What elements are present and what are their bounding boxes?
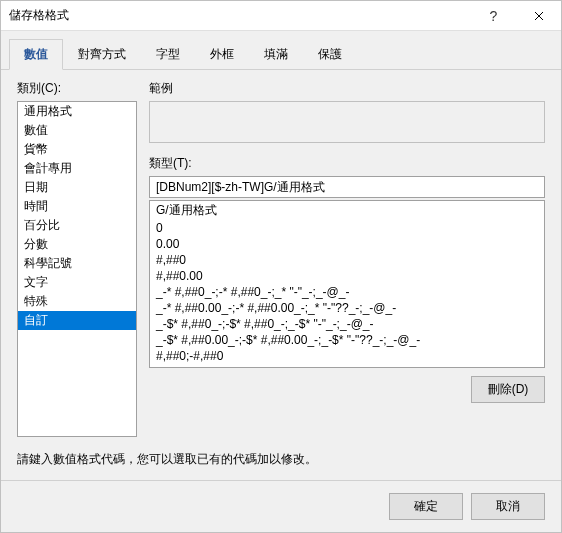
type-label: 類型(T): [149, 155, 545, 172]
dialog-footer: 確定 取消 [1, 480, 561, 532]
titlebar: 儲存格格式 ? [1, 1, 561, 31]
delete-row: 刪除(D) [149, 376, 545, 403]
delete-button[interactable]: 刪除(D) [471, 376, 545, 403]
detail-pane: 範例 類型(T): G/通用格式00.00#,##0#,##0.00_-* #,… [149, 80, 545, 437]
category-listbox[interactable]: 通用格式數值貨幣會計專用日期時間百分比分數科學記號文字特殊自訂 [17, 101, 137, 437]
sample-box [149, 101, 545, 143]
tab-2[interactable]: 字型 [141, 39, 195, 69]
category-pane: 類別(C): 通用格式數值貨幣會計專用日期時間百分比分數科學記號文字特殊自訂 [17, 80, 137, 437]
tab-4[interactable]: 填滿 [249, 39, 303, 69]
list-item[interactable]: 百分比 [18, 216, 136, 235]
list-item[interactable]: 科學記號 [18, 254, 136, 273]
list-item[interactable]: 文字 [18, 273, 136, 292]
ok-button[interactable]: 確定 [389, 493, 463, 520]
list-item[interactable]: #,##0 [150, 252, 544, 268]
format-cells-dialog: 儲存格格式 ? 數值對齊方式字型外框填滿保護 類別(C): 通用格式數值貨幣會計… [0, 0, 562, 533]
hint-text: 請鍵入數值格式代碼，您可以選取已有的代碼加以修改。 [1, 447, 561, 480]
list-item[interactable]: 特殊 [18, 292, 136, 311]
list-item[interactable]: 會計專用 [18, 159, 136, 178]
tab-1[interactable]: 對齊方式 [63, 39, 141, 69]
type-input[interactable] [149, 176, 545, 198]
list-item[interactable]: 0.00 [150, 236, 544, 252]
list-item[interactable]: 時間 [18, 197, 136, 216]
category-label: 類別(C): [17, 80, 137, 97]
list-item[interactable]: _-$* #,##0.00_-;-$* #,##0.00_-;_-$* "-"?… [150, 332, 544, 348]
list-item[interactable]: _-* #,##0.00_-;-* #,##0.00_-;_* "-"??_-;… [150, 300, 544, 316]
sample-label: 範例 [149, 80, 545, 97]
list-item[interactable]: 分數 [18, 235, 136, 254]
list-item[interactable]: #,##0;[紅色]-#,##0 [150, 364, 544, 368]
tab-bar: 數值對齊方式字型外框填滿保護 [1, 31, 561, 70]
list-item[interactable]: 數值 [18, 121, 136, 140]
list-item[interactable]: 通用格式 [18, 102, 136, 121]
format-code-listbox[interactable]: G/通用格式00.00#,##0#,##0.00_-* #,##0_-;-* #… [149, 200, 545, 368]
list-item[interactable]: G/通用格式 [150, 201, 544, 220]
tab-5[interactable]: 保護 [303, 39, 357, 69]
list-item[interactable]: #,##0;-#,##0 [150, 348, 544, 364]
list-item[interactable]: 日期 [18, 178, 136, 197]
help-button[interactable]: ? [471, 1, 516, 31]
list-item[interactable]: #,##0.00 [150, 268, 544, 284]
close-button[interactable] [516, 1, 561, 31]
dialog-title: 儲存格格式 [9, 7, 471, 24]
close-icon [534, 11, 544, 21]
list-item[interactable]: 貨幣 [18, 140, 136, 159]
dialog-body: 類別(C): 通用格式數值貨幣會計專用日期時間百分比分數科學記號文字特殊自訂 範… [1, 70, 561, 447]
cancel-button[interactable]: 取消 [471, 493, 545, 520]
tab-3[interactable]: 外框 [195, 39, 249, 69]
list-item[interactable]: _-* #,##0_-;-* #,##0_-;_* "-"_-;_-@_- [150, 284, 544, 300]
tab-0[interactable]: 數值 [9, 39, 63, 70]
list-item[interactable]: 0 [150, 220, 544, 236]
list-item[interactable]: _-$* #,##0_-;-$* #,##0_-;_-$* "-"_-;_-@_… [150, 316, 544, 332]
list-item[interactable]: 自訂 [18, 311, 136, 330]
